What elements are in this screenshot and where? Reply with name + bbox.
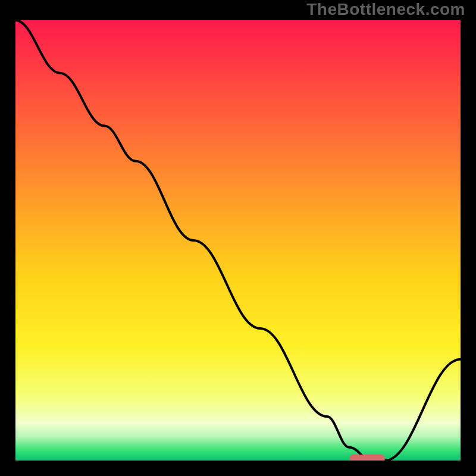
- optimal-range-marker: [349, 455, 385, 461]
- gradient-background: [15, 20, 461, 461]
- watermark-text: TheBottleneck.com: [306, 0, 465, 19]
- chart-svg: [15, 20, 461, 461]
- chart-frame: TheBottleneck.com: [0, 0, 476, 476]
- bottleneck-chart: [15, 20, 461, 461]
